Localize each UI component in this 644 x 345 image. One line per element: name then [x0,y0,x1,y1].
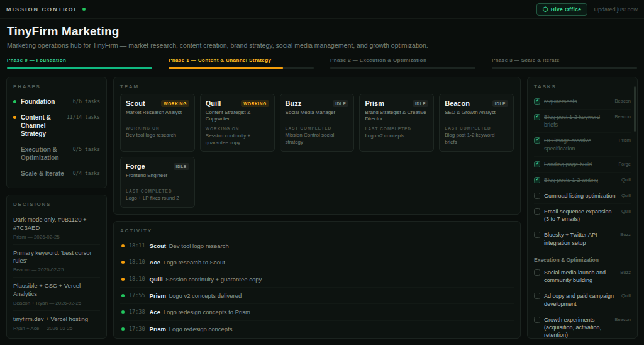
hive-office-button[interactable]: ⬡ Hive Office [536,3,588,16]
activity-agent: Prism [150,292,166,299]
team-grid: Scout WORKING Market Research Analyst WO… [120,94,514,208]
member-current-task: Blog post 1-2 keyword briefs [445,132,508,146]
activity-entry: 17:55 Prism Logo v2 concepts delivered [120,288,514,304]
topbar-right: ⬡ Hive Office Updated just now [536,3,638,16]
task-label: OG image creative specification [544,137,615,152]
team-member-card[interactable]: Prism IDLE Brand Strategist & Creative D… [359,94,434,152]
tasks-scrollbar[interactable] [634,86,636,132]
task-row: Bluesky + Twitter API integration setup … [534,227,631,251]
updated-text: Updated just now [594,6,638,13]
member-name: Buzz [286,99,302,107]
decision-item: Free TinyFirm Lite Cursor Marketplace pl… [13,336,100,339]
phase-list-item[interactable]: Scale & Iterate 0/4 tasks [13,166,100,181]
member-current-task: Mission Control social strategy [286,132,349,146]
team-member-card[interactable]: Beacon IDLE SEO & Growth Analyst LAST CO… [439,94,514,152]
task-label: Landing page build [544,161,614,168]
activity-panel: ACTIVITY 18:11 Scout Dev tool logo resea… [113,221,521,339]
member-current-task: Logo + LP fixes round 2 [126,195,189,202]
task-row: Gumroad listing optimization Quill [534,188,631,204]
activity-time: 18:10 [129,276,145,283]
phase-task-count: 6/6 tasks [73,99,100,105]
member-activity-label: LAST COMPLETED [445,126,508,130]
activity-text: Logo research to Scout [164,259,225,266]
activity-agent: Ace [150,308,160,315]
task-row: OG image creative specification Prism [534,133,631,156]
task-agent: Quill [621,293,631,298]
phase-progress-fill [7,67,152,69]
task-checkbox[interactable] [534,114,540,120]
member-status-badge: IDLE [174,163,189,170]
activity-message: Prism Logo v2 concepts delivered [150,291,242,300]
decision-meta: Ryan + Ace — 2026-02-25 [13,325,100,331]
hive-office-label: Hive Office [551,6,582,13]
member-name: Forge [126,162,145,170]
member-status-badge: IDLE [333,100,348,107]
member-role: SEO & Growth Analyst [445,110,508,122]
task-checkbox[interactable] [534,293,540,299]
page-subtitle: Marketing operations hub for TinyFirm — … [7,42,637,49]
activity-status-dot [121,310,125,314]
activity-status-dot [121,278,125,281]
task-label: Email sequence expansion (3 to 7 emails) [544,208,618,223]
activity-time: 17:30 [129,325,145,333]
task-agent: Beacon [615,317,631,322]
activity-entry: 18:11 Scout Dev tool logo research [120,238,514,254]
phase-task-count: 0/5 tasks [73,147,100,152]
task-label: Blog post 1-2 keyword briefs [544,113,611,128]
task-checkbox[interactable] [534,137,540,144]
task-checkbox[interactable] [534,161,540,167]
phase-list-item[interactable]: Foundation 6/6 tasks [13,94,100,110]
activity-agent: Prism [150,325,166,332]
activity-feed: 18:11 Scout Dev tool logo research 18:10… [120,238,514,339]
task-checkbox[interactable] [534,177,540,183]
task-row: Landing page build Forge [534,157,631,172]
phases-panel-title: PHASES [13,84,100,89]
task-agent: Buzz [620,269,631,275]
phase-progress-fill [169,67,283,69]
left-column: PHASES Foundation 6/6 tasks Content & Ch… [6,77,107,339]
team-member-card[interactable]: Quill WORKING Content Strategist & Copyw… [200,94,275,152]
activity-message: Ace Logo redesign concepts to Prism [150,308,250,316]
decision-text: Plausible + GSC + Vercel Analytics [13,282,100,298]
member-activity-label: WORKING ON [126,126,189,130]
activity-entry: 17:30 Prism Logo redesign concepts [120,321,514,337]
team-member-card[interactable]: Scout WORKING Market Research Analyst WO… [120,94,195,152]
task-label: Blog posts 1-2 writing [544,176,618,184]
phase-list-item[interactable]: Execution & Optimization 0/5 tasks [13,142,100,166]
team-member-card[interactable]: Forge IDLE Frontend Engineer LAST COMPLE… [120,157,195,208]
member-header: Forge IDLE [126,162,189,170]
activity-message: Prism Logo redesign concepts [150,325,233,333]
phase-column: Phase 1 — Content & Channel Strategy [169,57,314,69]
phase-column: Phase 3 — Scale & Iterate [492,57,637,69]
decision-meta: Beacon + Ryan — 2026-02-25 [13,300,100,306]
phase-list-item[interactable]: Content & Channel Strategy 11/14 tasks [13,110,100,142]
phase-status-dot [13,100,16,103]
member-status-badge: IDLE [413,100,428,107]
task-checkbox[interactable] [534,232,540,238]
activity-text: Logo redesign concepts [169,325,233,332]
phase-progress-track [492,67,637,69]
phase-list: Foundation 6/6 tasks Content & Channel S… [13,94,100,181]
task-checkbox[interactable] [534,269,540,276]
phase-column: Phase 2 — Execution & Optimization [330,57,475,69]
phase-name: Scale & Iterate [21,169,69,178]
task-row: Ad copy and paid campaign development Qu… [534,288,631,312]
task-agent: Beacon [615,114,631,120]
member-name: Quill [206,99,221,107]
team-member-card[interactable]: Buzz IDLE Social Media Manager LAST COMP… [280,94,355,152]
phase-label: Phase 3 — Scale & Iterate [492,57,637,63]
team-panel-title: TEAM [120,84,514,89]
task-checkbox[interactable] [534,208,540,215]
phase-name: Execution & Optimization [21,145,69,162]
task-checkbox[interactable] [534,317,540,323]
task-checkbox[interactable] [534,193,540,199]
phase-status-dot [13,116,16,119]
phase-name: Foundation [21,98,69,106]
online-status-dot [82,8,86,11]
member-role: Content Strategist & Copywriter [206,110,269,123]
member-role: Social Media Manager [286,110,349,122]
task-checkbox[interactable] [534,98,540,105]
member-status-badge: WORKING [241,100,269,107]
activity-status-dot [121,244,125,247]
member-header: Beacon IDLE [445,99,508,107]
